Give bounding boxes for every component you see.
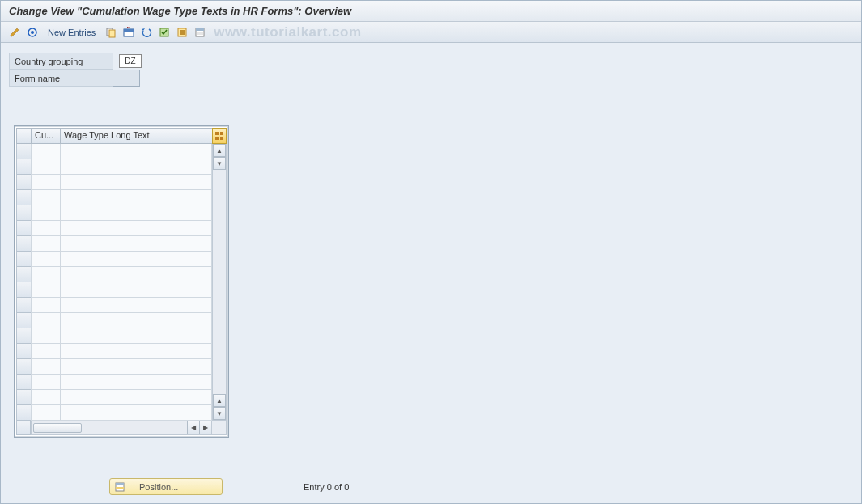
table-row[interactable] <box>16 236 212 252</box>
select-all-header[interactable] <box>16 128 31 144</box>
cell-cu[interactable] <box>31 252 60 267</box>
horizontal-scrollbar-row: ◀ ▶ <box>16 421 227 435</box>
row-selector[interactable] <box>16 205 31 221</box>
column-header-wagetype[interactable]: Wage Type Long Text <box>60 128 212 144</box>
row-selector[interactable] <box>16 144 31 159</box>
new-entries-button[interactable]: New Entries <box>43 28 100 37</box>
cell-wagetype[interactable] <box>60 390 212 405</box>
table-row[interactable] <box>16 252 212 267</box>
scroll-up-top-icon[interactable]: ▲ <box>213 144 226 157</box>
cell-wagetype[interactable] <box>60 252 212 267</box>
scroll-left-icon[interactable]: ◀ <box>187 421 199 434</box>
cell-wagetype[interactable] <box>60 144 212 159</box>
form-name-row: Form name <box>9 70 853 87</box>
cell-cu[interactable] <box>31 359 60 375</box>
row-selector[interactable] <box>16 267 31 282</box>
row-selector[interactable] <box>16 344 31 359</box>
cell-wagetype[interactable] <box>60 313 212 328</box>
cell-cu[interactable] <box>31 344 60 359</box>
hscroll-thumb[interactable] <box>33 423 82 433</box>
cell-wagetype[interactable] <box>60 282 212 298</box>
table-row[interactable] <box>16 144 212 159</box>
cell-cu[interactable] <box>31 205 60 221</box>
cell-cu[interactable] <box>31 267 60 282</box>
cell-wagetype[interactable] <box>60 328 212 344</box>
cell-cu[interactable] <box>31 390 60 405</box>
cell-wagetype[interactable] <box>60 298 212 313</box>
row-selector[interactable] <box>16 359 31 375</box>
row-selector[interactable] <box>16 221 31 236</box>
position-button[interactable]: Position... <box>109 478 223 495</box>
cell-cu[interactable] <box>31 159 60 175</box>
cell-wagetype[interactable] <box>60 236 212 252</box>
row-selector[interactable] <box>16 175 31 190</box>
scroll-right-icon[interactable]: ▶ <box>199 421 211 434</box>
row-selector[interactable] <box>16 375 31 390</box>
copy-icon[interactable] <box>104 25 118 40</box>
scroll-up-icon[interactable]: ▼ <box>213 157 226 170</box>
row-selector[interactable] <box>16 328 31 344</box>
cell-cu[interactable] <box>31 190 60 205</box>
row-selector[interactable] <box>16 236 31 252</box>
table-row[interactable] <box>16 221 212 236</box>
select-all-icon[interactable] <box>157 25 172 40</box>
cell-wagetype[interactable] <box>60 344 212 359</box>
toggle-change-icon[interactable] <box>7 25 22 40</box>
row-selector[interactable] <box>16 252 31 267</box>
row-selector[interactable] <box>16 405 31 421</box>
table-row[interactable] <box>16 159 212 175</box>
table-row[interactable] <box>16 205 212 221</box>
table-row[interactable] <box>16 267 212 282</box>
table-row[interactable] <box>16 344 212 359</box>
scroll-down-bottom-icon[interactable]: ▼ <box>213 407 226 420</box>
cell-cu[interactable] <box>31 313 60 328</box>
cell-wagetype[interactable] <box>60 405 212 421</box>
table-row[interactable] <box>16 390 212 405</box>
country-grouping-row: Country grouping DZ <box>9 53 853 70</box>
table-settings-icon[interactable] <box>212 128 227 144</box>
cell-wagetype[interactable] <box>60 190 212 205</box>
vertical-scrollbar[interactable]: ▲ ▼ ▲ ▼ <box>212 144 227 421</box>
table-row[interactable] <box>16 313 212 328</box>
cell-cu[interactable] <box>31 282 60 298</box>
cell-wagetype[interactable] <box>60 159 212 175</box>
cell-cu[interactable] <box>31 405 60 421</box>
cell-wagetype[interactable] <box>60 375 212 390</box>
cell-cu[interactable] <box>31 298 60 313</box>
row-selector[interactable] <box>16 390 31 405</box>
cell-cu[interactable] <box>31 375 60 390</box>
row-selector[interactable] <box>16 313 31 328</box>
country-grouping-value[interactable]: DZ <box>119 54 142 68</box>
cell-wagetype[interactable] <box>60 267 212 282</box>
cell-cu[interactable] <box>31 144 60 159</box>
row-selector[interactable] <box>16 159 31 175</box>
cell-cu[interactable] <box>31 221 60 236</box>
column-header-cu[interactable]: Cu... <box>31 128 60 144</box>
table-row[interactable] <box>16 190 212 205</box>
table-row[interactable] <box>16 359 212 375</box>
cell-wagetype[interactable] <box>60 221 212 236</box>
row-selector[interactable] <box>16 282 31 298</box>
undo-icon[interactable] <box>139 25 154 40</box>
cell-cu[interactable] <box>31 175 60 190</box>
deselect-all-icon[interactable] <box>193 25 207 40</box>
form-name-value[interactable] <box>113 70 140 87</box>
cell-wagetype[interactable] <box>60 205 212 221</box>
delete-icon[interactable] <box>121 25 136 40</box>
row-selector[interactable] <box>16 190 31 205</box>
scroll-down-icon[interactable]: ▲ <box>213 394 226 407</box>
row-selector[interactable] <box>16 298 31 313</box>
table-row[interactable] <box>16 175 212 190</box>
cell-wagetype[interactable] <box>60 175 212 190</box>
other-view-icon[interactable] <box>25 25 40 40</box>
table-row[interactable] <box>16 282 212 298</box>
table-row[interactable] <box>16 328 212 344</box>
table-row[interactable] <box>16 298 212 313</box>
select-block-icon[interactable] <box>175 25 189 40</box>
table-row[interactable] <box>16 375 212 390</box>
cell-wagetype[interactable] <box>60 359 212 375</box>
table-row[interactable] <box>16 405 212 421</box>
cell-cu[interactable] <box>31 328 60 344</box>
horizontal-scrollbar[interactable]: ◀ ▶ <box>31 421 212 435</box>
cell-cu[interactable] <box>31 236 60 252</box>
